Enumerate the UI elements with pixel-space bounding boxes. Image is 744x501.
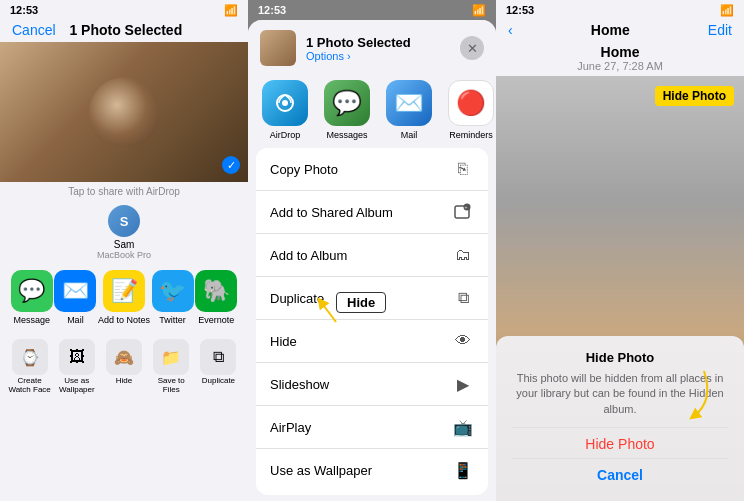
add-album-icon: 🗂 xyxy=(452,244,474,266)
action-airplay[interactable]: AirPlay 📺 xyxy=(256,406,488,449)
add-shared-album-icon: + xyxy=(452,201,474,223)
share-close-button[interactable]: ✕ xyxy=(460,36,484,60)
photo-checkmark: ✓ xyxy=(222,156,240,174)
nav-bar-1: Cancel 1 Photo Selected xyxy=(0,20,248,42)
app-evernote-label: Evernote xyxy=(198,315,234,325)
action-hide[interactable]: Hide 👁 Hide xyxy=(256,320,488,363)
signal-icons-1: 📶 xyxy=(224,4,238,17)
album-title: Home xyxy=(496,44,744,60)
share-app-reminders[interactable]: 🔴 Reminders xyxy=(446,80,496,140)
share-app-airdrop[interactable]: AirDrop xyxy=(260,80,310,140)
share-action-list: Copy Photo ⎘ Add to Shared Album + Add t… xyxy=(256,148,488,495)
app-message-label: Message xyxy=(14,315,51,325)
action-slideshow-label: Slideshow xyxy=(270,377,329,392)
bottom-action-watch-face[interactable]: ⌚ Create Watch Face xyxy=(8,339,51,395)
cancel-button[interactable]: Cancel xyxy=(12,22,56,38)
action-copy-photo-label: Copy Photo xyxy=(270,162,338,177)
action-slideshow[interactable]: Slideshow ▶ xyxy=(256,363,488,406)
share-app-row: AirDrop 💬 Messages ✉️ Mail 🔴 Reminders xyxy=(248,72,496,148)
hide-photo-arrow xyxy=(654,371,714,421)
airdrop-app-icon xyxy=(262,80,308,126)
signal-icons-2: 📶 xyxy=(472,4,486,17)
share-sheet-options[interactable]: Options › xyxy=(306,50,460,62)
contact-device: MacBook Pro xyxy=(97,250,151,260)
action-add-album-label: Add to Album xyxy=(270,248,347,263)
bottom-action-save-files[interactable]: 📁 Save to Files xyxy=(150,339,193,395)
action-copy-photo[interactable]: Copy Photo ⎘ xyxy=(256,148,488,191)
watch-face-icon: ⌚ xyxy=(12,339,48,375)
time-1: 12:53 xyxy=(10,4,38,16)
duplicate-icon: ⧉ xyxy=(200,339,236,375)
time-2: 12:53 xyxy=(258,4,286,16)
photo-preview: ✓ xyxy=(0,42,248,182)
bottom-action-duplicate[interactable]: ⧉ Duplicate xyxy=(197,339,240,395)
photo-object xyxy=(89,77,159,147)
contact-row: S Sam MacBook Pro xyxy=(0,201,248,262)
share-app-mail[interactable]: ✉️ Mail xyxy=(384,80,434,140)
action-add-shared-album[interactable]: Add to Shared Album + xyxy=(256,191,488,234)
share-app-messages[interactable]: 💬 Messages xyxy=(322,80,372,140)
bottom-action-hide[interactable]: 🙈 Hide xyxy=(102,339,145,395)
share-sheet: 1 Photo Selected Options › ✕ AirDrop 💬 xyxy=(248,20,496,501)
edit-button[interactable]: Edit xyxy=(708,22,732,38)
contact-avatar: S xyxy=(108,205,140,237)
album-date: June 27, 7:28 AM xyxy=(496,60,744,72)
svg-point-1 xyxy=(282,100,288,106)
evernote-icon: 🐘 xyxy=(195,270,237,312)
messages-label: Messages xyxy=(326,130,367,140)
back-button[interactable]: ‹ xyxy=(508,22,513,38)
share-thumb xyxy=(260,30,296,66)
app-mail[interactable]: ✉️ Mail xyxy=(54,270,96,325)
panel-share-sheet: 12:53 📶 1 Photo Selected Options › ✕ xyxy=(248,0,496,501)
bottom-action-wallpaper[interactable]: 🖼 Use as Wallpaper xyxy=(55,339,98,395)
app-twitter[interactable]: 🐦 Twitter xyxy=(152,270,194,325)
share-hint: Tap to share with AirDrop xyxy=(0,182,248,201)
share-title-wrap: 1 Photo Selected Options › xyxy=(306,35,460,62)
action-use-wallpaper[interactable]: Use as Wallpaper 📱 xyxy=(256,449,488,491)
hide-icon: 🙈 xyxy=(106,339,142,375)
time-3: 12:53 xyxy=(506,4,534,16)
share-sheet-title: 1 Photo Selected xyxy=(306,35,460,50)
status-bar-3: 12:53 📶 xyxy=(496,0,744,20)
action-hide-label: Hide xyxy=(270,334,297,349)
cancel-hide-button[interactable]: Cancel xyxy=(512,458,728,491)
share-sheet-header: 1 Photo Selected Options › ✕ xyxy=(248,20,496,72)
dialog-title: Hide Photo xyxy=(512,350,728,365)
twitter-icon: 🐦 xyxy=(152,270,194,312)
watch-face-label: Create Watch Face xyxy=(8,377,51,395)
hide-photo-confirm-button[interactable]: Hide Photo xyxy=(512,427,728,458)
slideshow-icon: ▶ xyxy=(452,373,474,395)
action-airplay-label: AirPlay xyxy=(270,420,311,435)
mail-icon: ✉️ xyxy=(54,270,96,312)
mail-label: Mail xyxy=(401,130,418,140)
notes-icon: 📝 xyxy=(103,270,145,312)
wallpaper-icon: 🖼 xyxy=(59,339,95,375)
action-add-album[interactable]: Add to Album 🗂 xyxy=(256,234,488,277)
bottom-action-grid: ⌚ Create Watch Face 🖼 Use as Wallpaper 🙈… xyxy=(0,333,248,401)
app-evernote[interactable]: 🐘 Evernote xyxy=(195,270,237,325)
status-bar-1: 12:53 📶 xyxy=(0,0,248,20)
duplicate-action-icon: ⧉ xyxy=(452,287,474,309)
hide-action-icon: 👁 xyxy=(452,330,474,352)
album-info: Home June 27, 7:28 AM xyxy=(496,42,744,76)
app-message[interactable]: 💬 Message xyxy=(11,270,53,325)
app-mail-label: Mail xyxy=(67,315,84,325)
contact-name: Sam xyxy=(114,239,135,250)
messages-app-icon: 💬 xyxy=(324,80,370,126)
app-grid: 💬 Message ✉️ Mail 📝 Add to Notes 🐦 Twitt… xyxy=(0,262,248,333)
action-add-shared-album-label: Add to Shared Album xyxy=(270,205,393,220)
wallpaper-label: Use as Wallpaper xyxy=(55,377,98,395)
reminders-label: Reminders xyxy=(449,130,493,140)
hide-annotation-box: Hide xyxy=(336,292,386,313)
action-duplicate-label: Duplicate xyxy=(270,291,324,306)
save-files-label: Save to Files xyxy=(150,377,193,395)
app-notes[interactable]: 📝 Add to Notes xyxy=(98,270,150,325)
mail-app-icon: ✉️ xyxy=(386,80,432,126)
status-bar-2: 12:53 📶 xyxy=(248,0,496,20)
app-notes-label: Add to Notes xyxy=(98,315,150,325)
nav-title-1: 1 Photo Selected xyxy=(69,22,182,38)
airdrop-label: AirDrop xyxy=(270,130,301,140)
panel-hide-photo: 12:53 📶 ‹ Home Edit Home June 27, 7:28 A… xyxy=(496,0,744,501)
action-wallpaper-label: Use as Wallpaper xyxy=(270,463,372,478)
duplicate-label: Duplicate xyxy=(202,377,235,386)
